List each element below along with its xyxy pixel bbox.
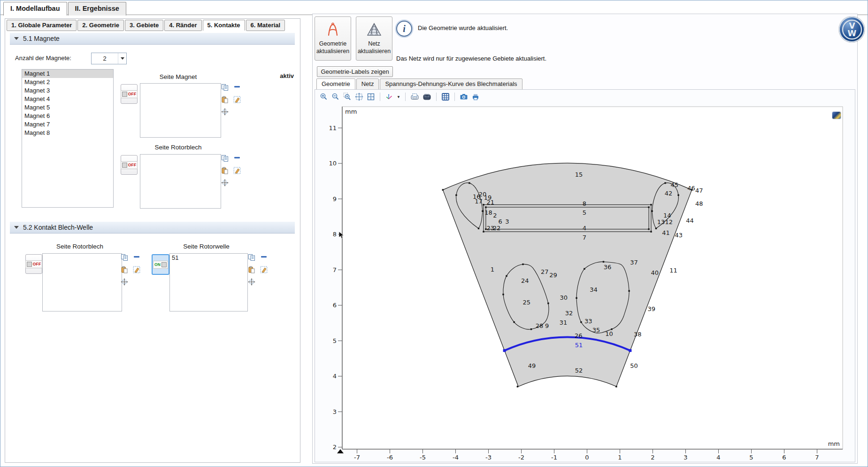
edge-label-41: 41 bbox=[662, 229, 670, 236]
clear-selection-button[interactable] bbox=[260, 266, 268, 275]
kontakt-rotorwelle-selection-box[interactable]: 51 bbox=[169, 253, 248, 311]
clear-selection-button[interactable] bbox=[132, 266, 141, 275]
magnet-list-item[interactable]: Magnet 1 bbox=[22, 70, 113, 78]
x-tick-label: -1 bbox=[551, 454, 557, 461]
copy-selection-button[interactable] bbox=[221, 84, 229, 93]
section-title: 5.2 Kontakt Blech-Welle bbox=[23, 224, 93, 231]
magnet-list-item[interactable]: Magnet 8 bbox=[22, 129, 113, 137]
zoom-to-selection-button[interactable] bbox=[221, 108, 229, 117]
kontakt-rotorwelle-toggle[interactable]: ON bbox=[152, 254, 169, 275]
main-tab-2[interactable]: II. Ergebnisse bbox=[68, 2, 126, 16]
copy-icon bbox=[248, 254, 255, 261]
paste-selection-button[interactable] bbox=[247, 266, 256, 275]
x-tick-label: 0 bbox=[585, 454, 589, 461]
orientation-dropdown-caret[interactable]: ▼ bbox=[397, 95, 400, 99]
magnet-side-selection-box[interactable] bbox=[140, 83, 221, 138]
sub-tab-6[interactable]: 6. Material bbox=[246, 20, 285, 31]
copy-selection-button[interactable] bbox=[120, 254, 129, 263]
paste-selection-button[interactable] bbox=[221, 167, 229, 176]
paste-selection-button[interactable] bbox=[120, 266, 129, 275]
clear-selection-button[interactable] bbox=[233, 96, 241, 105]
remove-selection-button[interactable] bbox=[233, 155, 241, 164]
magnet-list-item[interactable]: Magnet 2 bbox=[22, 78, 113, 86]
zoom-to-selection-button[interactable] bbox=[221, 179, 229, 188]
kontakt-rotorblech-selection-box[interactable] bbox=[42, 253, 122, 311]
info-icon: i bbox=[396, 21, 412, 37]
magnet-list-item[interactable]: Magnet 6 bbox=[22, 112, 113, 120]
show-geometry-labels-button[interactable]: Geometrie-Labels zeigen bbox=[317, 66, 393, 77]
sub-tab-1[interactable]: 1. Globale Parameter bbox=[7, 20, 77, 31]
zoom-extents-button[interactable] bbox=[355, 93, 363, 101]
edge-label-10: 10 bbox=[605, 330, 613, 337]
sub-tab-2[interactable]: 2. Geometrie bbox=[77, 20, 124, 31]
x-tick-label: 3 bbox=[684, 454, 687, 461]
kontakt-rotorblech-toggle[interactable]: OFF bbox=[25, 254, 42, 274]
grid-settings-button[interactable] bbox=[441, 93, 450, 101]
magnet-list-item[interactable]: Magnet 7 bbox=[22, 120, 113, 129]
rotorblech-side-toggle[interactable]: OFF bbox=[121, 155, 138, 175]
magnet-list[interactable]: Magnet 1Magnet 2Magnet 3Magnet 4Magnet 5… bbox=[22, 69, 114, 208]
section-header-kontakt[interactable]: 5.2 Kontakt Blech-Welle bbox=[10, 222, 295, 234]
view-tab-2[interactable]: Netz bbox=[356, 78, 379, 90]
zoom-box-icon bbox=[343, 93, 352, 101]
magnet-count-value: 2 bbox=[92, 55, 118, 62]
sub-tab-4[interactable]: 4. Ränder bbox=[164, 20, 201, 31]
dropdown-button[interactable] bbox=[118, 53, 126, 64]
zoom-out-button[interactable] bbox=[331, 93, 340, 101]
remove-selection-button[interactable] bbox=[260, 254, 268, 263]
magnet-list-item[interactable]: Magnet 3 bbox=[22, 86, 113, 95]
fit-window-button[interactable] bbox=[367, 93, 375, 101]
edge-label-17: 17 bbox=[475, 198, 483, 205]
rotorblech-side-selection-box[interactable] bbox=[140, 154, 221, 209]
zoom-out-icon bbox=[331, 93, 340, 101]
x-tick-label: -3 bbox=[485, 454, 492, 461]
update-geometry-button[interactable]: Geometrie aktualisieren bbox=[315, 16, 351, 61]
view-tab-3[interactable]: Spannungs-Dehnungs-Kurve des Blechmateri… bbox=[380, 78, 522, 90]
edge-label-29: 29 bbox=[549, 272, 557, 279]
copy-selection-button[interactable] bbox=[247, 254, 256, 263]
sub-tab-5[interactable]: 5. Kontakte bbox=[203, 20, 245, 31]
kontakt-rotorwelle-title: Seite Rotorwelle bbox=[169, 243, 243, 250]
edge-label-20: 20 bbox=[479, 191, 487, 198]
geometry-plot-canvas[interactable]: -7-6-5-4-3-2-101234567234567891011mmmm12… bbox=[323, 103, 853, 461]
mesh-triangle-icon bbox=[366, 21, 383, 38]
paste-selection-button[interactable] bbox=[221, 96, 229, 105]
clear-selection-icon bbox=[233, 96, 241, 103]
toggle-knob-icon bbox=[122, 163, 127, 168]
zoom-to-selection-icon bbox=[221, 108, 229, 116]
remove-selection-button[interactable] bbox=[233, 84, 241, 93]
chevron-down-icon bbox=[121, 57, 124, 60]
section-header-magnete[interactable]: 5.1 Magnete bbox=[10, 33, 295, 45]
axis-origin-marker bbox=[337, 449, 344, 453]
zoom-to-selection-button[interactable] bbox=[120, 278, 129, 288]
snapshot-light-button[interactable] bbox=[410, 93, 419, 101]
print-button[interactable] bbox=[471, 93, 480, 101]
toolbar-separator bbox=[405, 93, 406, 101]
compass-icon bbox=[324, 21, 341, 38]
main-tab-1[interactable]: I. Modellaufbau bbox=[3, 2, 67, 16]
zoom-in-button[interactable] bbox=[320, 93, 328, 101]
remove-selection-button[interactable] bbox=[132, 254, 141, 263]
toggle-state-label: OFF bbox=[128, 92, 137, 96]
y-tick-label: 5 bbox=[333, 337, 337, 344]
view-orientation-button[interactable] bbox=[385, 93, 393, 101]
screenshot-button[interactable] bbox=[460, 93, 468, 101]
x-axis-unit-label: mm bbox=[828, 440, 840, 447]
clear-selection-button[interactable] bbox=[233, 167, 241, 176]
x-tick-label: 1 bbox=[618, 454, 622, 461]
magnet-count-select[interactable]: 2 bbox=[91, 53, 127, 64]
copy-selection-button[interactable] bbox=[221, 155, 229, 164]
sub-tab-3[interactable]: 3. Gebiete bbox=[125, 20, 163, 31]
zoom-box-button[interactable] bbox=[343, 93, 352, 101]
edge-label-34: 34 bbox=[590, 286, 598, 293]
edge-label-24: 24 bbox=[521, 277, 529, 284]
snapshot-dark-button[interactable] bbox=[422, 93, 431, 101]
magnet-list-item[interactable]: Magnet 4 bbox=[22, 95, 113, 103]
zoom-to-selection-button[interactable] bbox=[247, 278, 256, 288]
sub-tab-bar: 1. Globale Parameter2. Geometrie3. Gebie… bbox=[7, 20, 285, 31]
magnet-list-item[interactable]: Magnet 5 bbox=[22, 103, 113, 112]
fit-window-icon bbox=[367, 93, 375, 101]
magnet-side-toggle[interactable]: OFF bbox=[121, 84, 138, 104]
view-tab-1[interactable]: Geometrie bbox=[316, 78, 355, 90]
update-mesh-button[interactable]: Netz aktualisieren bbox=[356, 16, 392, 61]
